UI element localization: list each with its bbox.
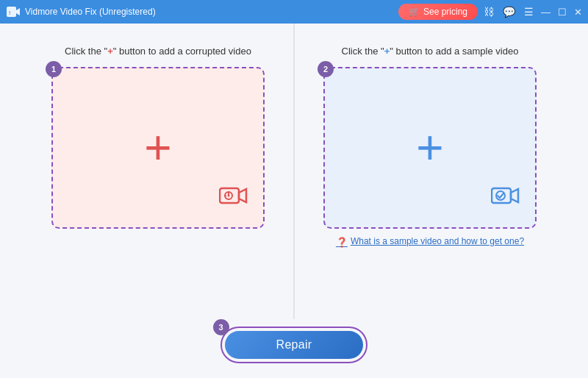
step-badge-1: 1 [46,61,62,77]
sample-link-text: What is a sample video and how to get on… [351,236,524,246]
cart-icon: 🛒 [409,7,420,17]
app-title: Vidmore Video Fix (Unregistered) [25,7,398,17]
sample-camera-icon [491,185,520,213]
link-icon[interactable]: ⛓ [484,6,494,18]
svg-text:!: ! [225,194,226,199]
sample-video-link[interactable]: ❓ What is a sample video and how to get … [336,236,524,248]
repair-label: Repair [276,338,312,351]
vertical-divider [294,24,295,319]
corrupted-video-dropzone[interactable]: 1 + ! [51,67,265,229]
minimize-button[interactable]: — [541,7,551,18]
corrupted-camera-icon: ! [219,185,248,213]
maximize-button[interactable]: ☐ [558,7,567,18]
menu-icon[interactable]: ☰ [524,6,534,18]
svg-rect-0 [7,7,16,17]
add-corrupted-icon: + [144,124,171,171]
toolbar-icons: ⛓ 💬 ☰ [484,6,534,18]
pricing-label: See pricing [423,7,467,17]
svg-text:!: ! [9,10,10,15]
svg-point-7 [228,195,230,197]
window-controls: — ☐ ✕ [541,7,582,18]
right-panel: Click the "+" button to add a sample vid… [294,46,566,297]
right-instruction: Click the "+" button to add a sample vid… [342,46,519,57]
sample-video-dropzone[interactable]: 2 + [323,67,537,229]
left-instruction: Click the "+" button to add a corrupted … [65,46,251,57]
app-logo: ! [6,4,21,19]
bottom-area: 3 Repair [0,312,588,378]
step-badge-3: 3 [213,319,229,335]
repair-wrapper: 3 Repair [220,327,368,363]
repair-button[interactable]: Repair [225,331,364,359]
add-sample-icon: + [416,124,443,171]
left-plus-char: + [107,46,113,57]
right-plus-char: + [384,46,390,57]
repair-outer-border: Repair [220,327,368,363]
chat-icon[interactable]: 💬 [503,6,515,18]
titlebar: ! Vidmore Video Fix (Unregistered) 🛒 See… [0,0,588,24]
svg-marker-1 [16,8,20,15]
main-content: Click the "+" button to add a corrupted … [0,24,588,378]
svg-marker-4 [239,189,246,202]
svg-marker-10 [511,189,518,202]
left-panel: Click the "+" button to add a corrupted … [22,46,294,297]
step-badge-2: 2 [318,61,334,77]
see-pricing-button[interactable]: 🛒 See pricing [398,4,478,20]
close-button[interactable]: ✕ [574,7,582,18]
question-icon: ❓ [336,237,348,248]
